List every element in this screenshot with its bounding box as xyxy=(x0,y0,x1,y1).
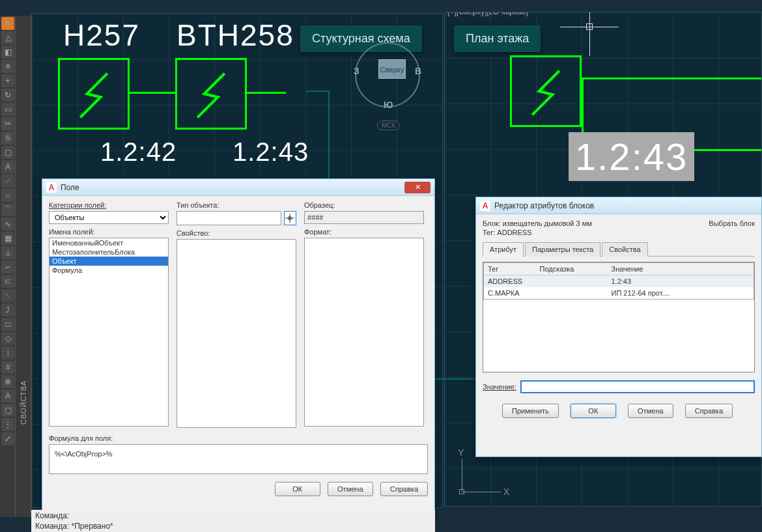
wire-right-1 xyxy=(582,77,762,79)
block-label-2: BTH258 xyxy=(176,18,294,53)
table-row[interactable]: С.МАРКА ИП 212-64 прот.... xyxy=(484,287,754,300)
wire-1 xyxy=(130,92,175,94)
attr-dialog-titlebar[interactable]: A Редактор атрибутов блоков xyxy=(476,197,761,214)
tool-2[interactable]: ◧ xyxy=(1,46,14,59)
apply-button[interactable]: Применить xyxy=(502,404,559,418)
field-dialog-titlebar[interactable]: A Поле ✕ xyxy=(42,179,434,196)
wire-2 xyxy=(247,92,286,94)
select-block-link[interactable]: Выбрать блок xyxy=(709,219,755,236)
tool-20[interactable]: ⤴ xyxy=(1,303,14,316)
attribute-value-highlight: 1.2:43 xyxy=(569,132,694,181)
tag-info: Тег: ADDRESS xyxy=(483,229,592,236)
side-properties-panel: СВОЙСТВА xyxy=(16,16,31,517)
attr-dialog-title: Редактор атрибутов блоков xyxy=(494,201,757,210)
help-button[interactable]: Справка xyxy=(380,482,428,496)
list-item[interactable]: МестозаполнительБлока xyxy=(49,247,168,257)
tool-1[interactable]: △ xyxy=(1,31,14,44)
cancel-button[interactable]: Отмена xyxy=(628,404,673,418)
block-2[interactable] xyxy=(175,58,247,130)
cancel-button[interactable]: Отмена xyxy=(328,482,373,496)
tool-12[interactable]: ○ xyxy=(1,189,14,202)
label-value: Значение: xyxy=(483,383,516,391)
tool-14[interactable]: ∿ xyxy=(1,217,14,231)
close-button[interactable]: ✕ xyxy=(404,182,430,193)
app-icon: A xyxy=(480,201,490,211)
col-value[interactable]: Значение xyxy=(608,263,754,275)
tool-29[interactable]: ⤢ xyxy=(1,432,14,445)
help-button[interactable]: Справка xyxy=(685,404,733,418)
view-cube-top[interactable]: Сверху xyxy=(378,59,406,79)
view-cube-west[interactable]: З xyxy=(354,66,360,76)
tool-23[interactable]: ↕ xyxy=(1,346,14,359)
pick-object-button[interactable] xyxy=(284,211,296,225)
tool-15[interactable]: ▦ xyxy=(1,232,14,245)
field-dialog-title: Поле xyxy=(61,183,404,192)
tab-properties[interactable]: Свойства xyxy=(602,242,647,257)
attribute-table[interactable]: Тег Подсказка Значение ADDRESS 1.2:43 С.… xyxy=(483,262,755,372)
tab-attribute[interactable]: Атрибут xyxy=(483,242,524,257)
tool-27[interactable]: ▢ xyxy=(1,404,14,417)
tag-floor-plan: План этажа xyxy=(454,25,541,52)
tool-21[interactable]: □ xyxy=(1,318,14,331)
tool-22[interactable]: ◇ xyxy=(1,332,14,345)
ok-button[interactable]: ОК xyxy=(571,404,616,418)
left-toolbar: ✎ △ ◧ ≡ + ↻ ▭ ✂ ⎘ ▢ A ⟋ ○ ⌒ ∿ ▦ ⊥ ⌐ ⊂ ⟍ … xyxy=(0,16,16,517)
input-value[interactable] xyxy=(520,380,755,393)
ok-button[interactable]: ОК xyxy=(275,482,320,496)
tool-19[interactable]: ⟍ xyxy=(1,289,14,302)
input-object-type[interactable] xyxy=(176,211,281,225)
tool-10[interactable]: A xyxy=(1,160,14,173)
field-dialog: A Поле ✕ Категории полей: Объекты Имена … xyxy=(42,178,435,520)
block-1[interactable] xyxy=(58,58,130,130)
list-item[interactable]: ИменованныйОбъект xyxy=(49,238,168,247)
command-line-2[interactable]: Команда: *Прервано* xyxy=(31,520,435,532)
col-tag[interactable]: Тег xyxy=(484,263,536,275)
viewport-title: [+][Сверху][2D-каркас] xyxy=(447,12,528,16)
tool-7[interactable]: ✂ xyxy=(1,117,14,130)
tool-26[interactable]: A xyxy=(1,389,14,402)
tool-17[interactable]: ⌐ xyxy=(1,260,14,273)
tool-8[interactable]: ⎘ xyxy=(1,132,14,145)
tool-28[interactable]: ⋮ xyxy=(1,418,14,431)
tool-pencil[interactable]: ✎ xyxy=(1,17,14,30)
label-property: Свойство: xyxy=(176,229,296,237)
tool-9[interactable]: ▢ xyxy=(1,146,14,159)
tool-4[interactable]: + xyxy=(1,74,14,87)
tool-25[interactable]: ⊗ xyxy=(1,375,14,388)
listbox-property[interactable] xyxy=(176,239,296,428)
block-label-1: H257 xyxy=(63,18,140,53)
view-cube-wcs[interactable]: МСК xyxy=(377,120,400,130)
label-formula: Формула для поля: xyxy=(49,434,428,442)
view-cube-east[interactable]: В xyxy=(415,66,421,76)
listbox-names[interactable]: ИменованныйОбъект МестозаполнительБлока … xyxy=(49,238,169,427)
tool-16[interactable]: ⊥ xyxy=(1,246,14,259)
tool-18[interactable]: ⊂ xyxy=(1,275,14,288)
list-item-selected[interactable]: Объект xyxy=(49,257,168,266)
label-names: Имена полей: xyxy=(49,228,169,236)
view-cube-south[interactable]: Ю xyxy=(384,100,393,110)
view-cube[interactable]: Сверху З В Ю МСК xyxy=(355,42,420,107)
block-right[interactable] xyxy=(510,55,582,127)
attr-tab-strip: Атрибут Параметры текста Свойства xyxy=(483,242,755,257)
app-icon: A xyxy=(46,182,57,193)
col-prompt[interactable]: Подсказка xyxy=(536,263,608,275)
tool-5[interactable]: ↻ xyxy=(1,89,14,102)
tool-11[interactable]: ⟋ xyxy=(1,175,14,188)
label-format: Формат: xyxy=(304,228,424,236)
tab-text-params[interactable]: Параметры текста xyxy=(525,242,600,257)
tool-6[interactable]: ▭ xyxy=(1,103,14,116)
block-info: Блок: извещатель дымовой 3 мм xyxy=(483,219,592,227)
select-category[interactable]: Объекты xyxy=(49,211,169,224)
table-row[interactable]: ADDRESS 1.2:43 xyxy=(484,275,754,288)
list-item[interactable]: Формула xyxy=(49,266,168,275)
tool-13[interactable]: ⌒ xyxy=(1,203,14,216)
addr-1: 1.2:42 xyxy=(100,137,176,167)
listbox-format[interactable] xyxy=(304,238,424,427)
tool-3[interactable]: ≡ xyxy=(1,60,14,73)
label-object-type: Тип объекта: xyxy=(176,201,296,209)
label-sample: Образец: xyxy=(304,201,424,209)
attribute-editor-dialog: A Редактор атрибутов блоков Блок: извеща… xyxy=(475,197,762,457)
tool-24[interactable]: # xyxy=(1,361,14,374)
label-categories: Категории полей: xyxy=(49,201,169,209)
formula-display: %<\AcObjProp>% xyxy=(49,444,428,474)
